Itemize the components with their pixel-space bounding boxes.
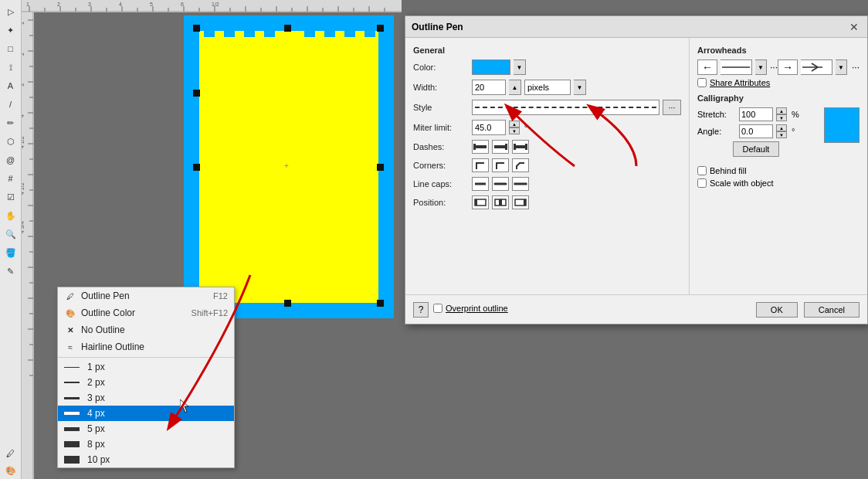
menu-item-no-outline-label: No Outline — [81, 324, 125, 335]
svg-text:2: 2 — [22, 53, 25, 56]
menu-item-outline-color[interactable]: 🎨 Outline Color Shift+F12 — [58, 304, 234, 321]
angle-spin-down[interactable]: ▼ — [776, 131, 787, 138]
corners-row: Corners: — [413, 158, 681, 172]
line-cap-icon-2[interactable] — [492, 177, 509, 191]
svg-rect-68 — [474, 145, 487, 148]
overprint-checkbox[interactable] — [433, 304, 442, 313]
scale-with-object-label[interactable]: Scale with object — [710, 178, 774, 188]
dialog-close-button[interactable]: ✕ — [847, 20, 861, 34]
stretch-spinner: ▲ ▼ — [776, 107, 787, 121]
menu-item-3px-label: 3 px — [87, 392, 105, 403]
dialog-title: Outline Pen — [412, 22, 463, 32]
ok-button[interactable]: OK — [756, 302, 798, 318]
color-icon: 🎨 — [64, 307, 76, 319]
stretch-spin-down[interactable]: ▼ — [776, 114, 787, 121]
menu-item-1px[interactable]: 1 px — [58, 359, 234, 375]
line-cap-icon-1[interactable] — [472, 177, 489, 191]
corner-icon-3[interactable] — [512, 158, 529, 172]
behind-fill-label[interactable]: Behind fill — [710, 166, 747, 175]
share-attributes-checkbox[interactable] — [697, 78, 707, 87]
corner-icon-2[interactable] — [492, 158, 509, 172]
position-icon-2[interactable] — [492, 195, 509, 209]
left-arrow-dropdown[interactable] — [721, 59, 752, 75]
grid-tool[interactable]: # — [2, 170, 19, 187]
center-cross: + — [284, 161, 289, 170]
overprint-label[interactable]: Overprint outline — [446, 304, 508, 313]
zoom-tool[interactable]: 🔍 — [2, 226, 19, 243]
miter-spin-up[interactable]: ▲ — [509, 121, 520, 127]
width-spin-up[interactable]: ▲ — [509, 80, 521, 95]
eyedropper-tool[interactable]: ✎ — [2, 263, 19, 280]
behind-fill-checkbox[interactable] — [697, 166, 707, 175]
menu-item-4px[interactable]: 4 px — [58, 406, 234, 421]
corner-icon-1[interactable] — [472, 158, 489, 172]
polygon-tool[interactable]: ⬡ — [2, 133, 19, 150]
svg-rect-73 — [514, 144, 516, 150]
dash-icon-3[interactable] — [512, 140, 529, 154]
style-dots-btn[interactable]: ··· — [663, 100, 681, 115]
style-row: Style ··· — [413, 100, 681, 115]
shape-yellow[interactable] — [199, 31, 378, 303]
right-arrow-spin[interactable]: ▼ — [836, 59, 847, 75]
dashes-label: Dashes: — [413, 142, 469, 151]
pan-tool[interactable]: ✋ — [2, 207, 19, 224]
position-icon-3[interactable] — [512, 195, 529, 209]
stretch-spin-up[interactable]: ▲ — [776, 107, 787, 114]
svg-rect-81 — [499, 199, 502, 206]
left-arrow-spin[interactable]: ▼ — [755, 59, 767, 75]
svg-rect-33 — [22, 12, 34, 479]
line-8px-icon — [64, 441, 83, 447]
menu-item-8px[interactable]: 8 px — [58, 437, 234, 452]
fill-tool[interactable]: ☑ — [2, 189, 19, 206]
fill-color-tool[interactable]: 🪣 — [2, 244, 19, 261]
style-preview[interactable] — [472, 100, 659, 115]
right-arrow-dropdown[interactable] — [801, 59, 832, 75]
right-arrow-btn[interactable]: → — [778, 59, 798, 75]
line-4px-icon — [64, 412, 83, 415]
spiral-tool[interactable]: @ — [2, 151, 19, 168]
color-swatch[interactable] — [472, 59, 510, 75]
miter-spin-down[interactable]: ▼ — [509, 127, 520, 134]
scale-with-object-checkbox[interactable] — [697, 178, 707, 188]
menu-item-hairline-label: Hairline Outline — [81, 341, 144, 352]
color-dropdown-btn[interactable]: ▼ — [514, 59, 526, 75]
menu-item-hairline[interactable]: ≈ Hairline Outline — [58, 338, 234, 355]
node-tool[interactable]: ✦ — [2, 22, 19, 39]
stretch-input[interactable] — [739, 107, 773, 121]
style-label: Style — [413, 103, 469, 112]
width-input[interactable] — [472, 80, 506, 95]
outline-pen-tool[interactable]: 🖊 — [2, 445, 19, 462]
angle-input[interactable] — [739, 124, 773, 138]
unit-input[interactable] — [524, 80, 571, 95]
text-tool[interactable]: A — [2, 77, 19, 94]
cancel-button[interactable]: Cancel — [804, 302, 860, 318]
left-toolbar: ▷ ✦ □ ⟟ A / ✏ ⬡ @ # ☑ ✋ 🔍 🪣 ✎ 🖊 🎨 — [0, 0, 22, 479]
position-icon-1[interactable] — [472, 195, 489, 209]
menu-item-no-outline[interactable]: ✕ No Outline — [58, 321, 234, 338]
angle-spin-up[interactable]: ▲ — [776, 124, 787, 131]
footer-right: OK Cancel — [756, 302, 860, 318]
unit-dropdown-btn[interactable]: ▼ — [574, 80, 586, 95]
menu-item-2px[interactable]: 2 px — [58, 375, 234, 390]
stretch-unit: % — [792, 110, 799, 119]
share-attributes-label[interactable]: Share Attributes — [710, 78, 770, 87]
default-button[interactable]: Default — [733, 141, 780, 157]
rect-tool[interactable]: □ — [2, 40, 19, 57]
menu-item-10px[interactable]: 10 px — [58, 452, 234, 467]
line-tool[interactable]: / — [2, 96, 19, 113]
menu-item-outline-pen[interactable]: 🖊 Outline Pen F12 — [58, 287, 234, 304]
left-arrow-btn[interactable]: ← — [697, 59, 717, 75]
pencil-tool[interactable]: ✏ — [2, 114, 19, 131]
miter-input[interactable] — [472, 120, 506, 135]
outline-pen-fill[interactable]: 🎨 — [2, 462, 19, 479]
help-button[interactable]: ? — [413, 302, 429, 318]
miter-label: Miter limit: — [413, 123, 469, 132]
dash-icon-1[interactable] — [472, 140, 489, 154]
dash-icon-2[interactable] — [492, 140, 509, 154]
line-cap-icon-3[interactable] — [512, 177, 529, 191]
menu-item-5px[interactable]: 5 px — [58, 421, 234, 437]
shape-tool[interactable]: ⟟ — [2, 59, 19, 76]
menu-item-3px[interactable]: 3 px — [58, 390, 234, 406]
hairline-icon: ≈ — [64, 341, 76, 353]
select-tool[interactable]: ▷ — [2, 3, 19, 20]
